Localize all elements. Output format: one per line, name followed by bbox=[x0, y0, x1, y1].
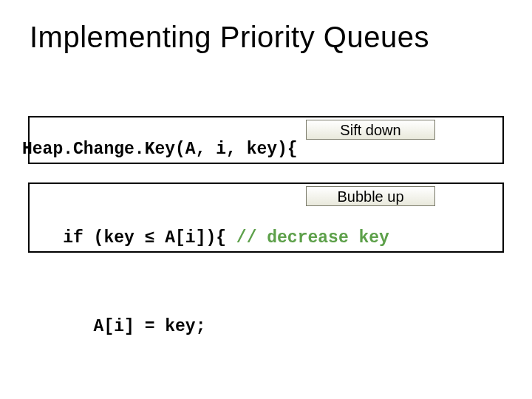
code-text: A[i] = key; bbox=[22, 317, 205, 336]
callout-label: Sift down bbox=[340, 119, 400, 141]
code-block: Heap.Change.Key(A, i, key){ if (key ≤ A[… bbox=[22, 72, 510, 399]
code-line-0: Heap.Change.Key(A, i, key){ bbox=[22, 138, 510, 160]
slide: Implementing Priority Queues Heap.Change… bbox=[0, 0, 532, 399]
code-comment: // decrease key bbox=[236, 228, 389, 248]
callout-sift-down: Sift down bbox=[306, 120, 435, 140]
code-text: if (key ≤ A[i]){ bbox=[22, 228, 236, 248]
slide-title: Implementing Priority Queues bbox=[30, 21, 510, 54]
code-line-1: if (key ≤ A[i]){ // decrease key bbox=[22, 227, 510, 249]
callout-label: Bubble up bbox=[337, 185, 403, 208]
callout-bubble-up: Bubble up bbox=[306, 186, 435, 206]
code-text: Heap.Change.Key(A, i, key){ bbox=[22, 140, 298, 159]
code-line-2: A[i] = key; bbox=[22, 316, 510, 338]
